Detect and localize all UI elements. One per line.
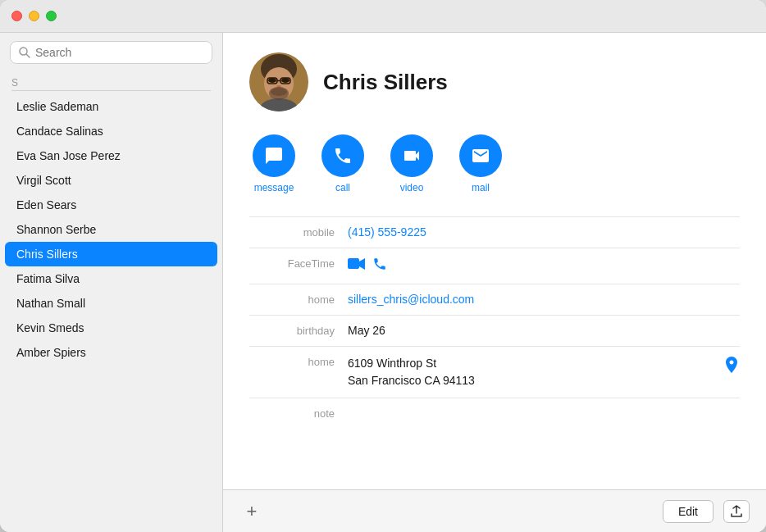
toolbar-right: Edit (663, 500, 750, 523)
address-row: home 6109 Winthrop St San Francisco CA 9… (249, 347, 740, 398)
sidebar-item-virgil-scott[interactable]: Virgil Scott (5, 168, 217, 193)
facetime-row: FaceTime (249, 248, 740, 284)
call-icon-circle (321, 134, 364, 177)
avatar (249, 52, 308, 111)
birthday-row: birthday May 26 (249, 316, 740, 347)
facetime-phone-svg (372, 257, 387, 271)
edit-button[interactable]: Edit (663, 500, 714, 523)
detail-panel: Chris Sillers message (223, 33, 766, 532)
mail-icon-circle (459, 134, 502, 177)
minimize-button[interactable] (29, 11, 39, 21)
detail-content: Chris Sillers message (223, 33, 766, 489)
add-contact-button[interactable]: + (239, 499, 264, 524)
svg-rect-14 (348, 258, 359, 269)
sidebar-item-candace-salinas[interactable]: Candace Salinas (5, 119, 217, 143)
sidebar-item-eva-san-jose-perez[interactable]: Eva San Jose Perez (5, 143, 217, 168)
message-label: message (254, 182, 294, 193)
contacts-list: S Leslie Sademan Candace Salinas Eva San… (0, 72, 222, 532)
birthday-value: May 26 (348, 324, 740, 337)
address-line1: 6109 Winthrop St (348, 355, 717, 372)
mobile-label: mobile (249, 225, 348, 239)
traffic-lights (11, 11, 57, 21)
svg-point-13 (269, 87, 289, 100)
sidebar-item-chris-sillers[interactable]: Chris Sillers (5, 242, 217, 266)
sidebar-item-eden-sears[interactable]: Eden Sears (5, 193, 217, 217)
facetime-icons (348, 257, 387, 275)
note-label: note (249, 407, 348, 420)
facetime-video-svg (348, 257, 366, 271)
address-value: 6109 Winthrop St San Francisco CA 94113 (348, 355, 717, 389)
contact-name: Chris Sillers (323, 70, 448, 95)
call-label: call (335, 182, 350, 193)
map-pin-svg (723, 357, 740, 376)
sidebar-item-kevin-smeds[interactable]: Kevin Smeds (5, 316, 217, 340)
sidebar-item-shannon-serbe[interactable]: Shannon Serbe (5, 217, 217, 242)
svg-point-6 (281, 78, 290, 83)
toolbar-left: + (239, 499, 264, 524)
search-box (10, 41, 212, 64)
facetime-label: FaceTime (249, 257, 348, 270)
share-icon (731, 505, 742, 518)
main-content: S Leslie Sademan Candace Salinas Eva San… (0, 33, 766, 532)
sidebar: S Leslie Sademan Candace Salinas Eva San… (0, 33, 223, 532)
sidebar-item-fatima-silva[interactable]: Fatima Silva (5, 266, 217, 291)
mail-icon (471, 146, 490, 166)
video-label: video (400, 182, 424, 193)
svg-marker-15 (359, 258, 365, 270)
sidebar-item-leslie-sademan[interactable]: Leslie Sademan (5, 94, 217, 119)
birthday-label: birthday (249, 324, 348, 337)
search-icon (19, 47, 30, 58)
sidebar-item-nathan-small[interactable]: Nathan Small (5, 291, 217, 316)
message-button[interactable]: message (253, 134, 295, 193)
email-label: home (249, 293, 348, 306)
map-pin-icon[interactable] (723, 355, 740, 380)
facetime-video-icon[interactable] (348, 257, 366, 275)
contact-header: Chris Sillers (249, 52, 740, 111)
section-header-s: S (0, 72, 222, 90)
video-button[interactable]: video (390, 134, 433, 193)
email-value[interactable]: sillers_chris@icloud.com (348, 293, 740, 306)
app-window: S Leslie Sademan Candace Salinas Eva San… (0, 0, 766, 532)
call-icon (333, 146, 353, 166)
video-icon (402, 146, 422, 166)
bottom-toolbar: + Edit (223, 489, 766, 532)
email-row: home sillers_chris@icloud.com (249, 284, 740, 316)
video-icon-circle (390, 134, 433, 177)
search-input[interactable] (35, 46, 203, 59)
mail-label: mail (472, 182, 490, 193)
address-label: home (249, 355, 348, 368)
titlebar (0, 0, 766, 33)
call-button[interactable]: call (321, 134, 364, 193)
avatar-image (249, 52, 308, 111)
action-buttons: message call (249, 134, 740, 193)
facetime-phone-icon[interactable] (372, 257, 387, 275)
mobile-value[interactable]: (415) 555-9225 (348, 225, 740, 239)
message-icon (264, 146, 284, 166)
note-row: note (249, 398, 740, 448)
svg-point-5 (268, 78, 276, 83)
search-container (0, 33, 222, 72)
svg-line-1 (26, 54, 30, 57)
message-icon-circle (253, 134, 295, 177)
section-divider (11, 90, 211, 91)
maximize-button[interactable] (46, 11, 57, 21)
info-section: mobile (415) 555-9225 FaceTime (249, 216, 740, 448)
mobile-row: mobile (415) 555-9225 (249, 217, 740, 248)
address-line2: San Francisco CA 94113 (348, 372, 717, 389)
mail-button[interactable]: mail (459, 134, 502, 193)
share-button[interactable] (723, 500, 750, 523)
close-button[interactable] (11, 11, 22, 21)
sidebar-item-amber-spiers[interactable]: Amber Spiers (5, 340, 217, 365)
